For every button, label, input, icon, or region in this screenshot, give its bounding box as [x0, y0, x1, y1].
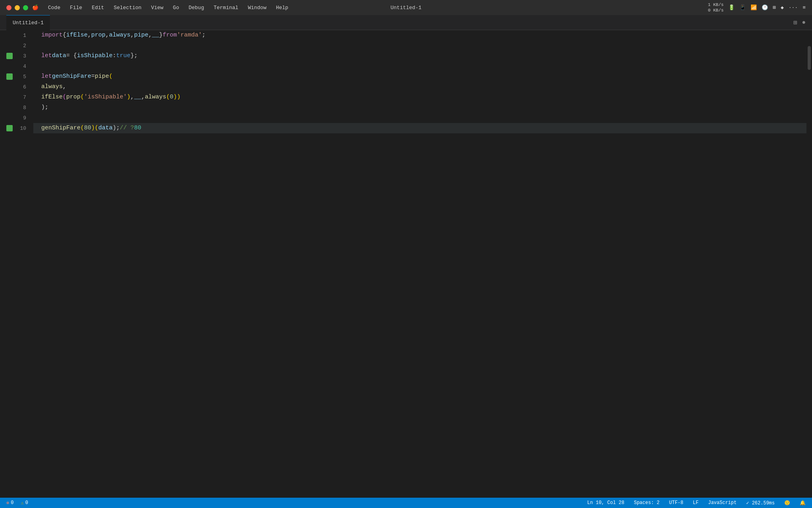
minimize-button[interactable] [15, 5, 20, 10]
clock-icon: 🕐 [762, 4, 768, 11]
wifi-icon: 📶 [751, 4, 757, 11]
token: ( [166, 92, 170, 102]
gutter-row-1: 1 [10, 30, 29, 40]
split-editor-icon[interactable]: ⊞ [793, 19, 797, 27]
menu-apple[interactable]: 🍎 [28, 3, 42, 12]
error-number: 0 [11, 500, 13, 506]
code-line-2 [33, 40, 806, 51]
menu-terminal[interactable]: Terminal [210, 3, 242, 12]
menu-window[interactable]: Window [244, 3, 270, 12]
menu-file[interactable]: File [66, 3, 86, 12]
token: = { [66, 51, 77, 61]
code-line-9 [33, 113, 806, 123]
token: pipe [95, 71, 109, 82]
window-title: Untitled-1 [391, 5, 421, 11]
token: ); [41, 102, 48, 113]
code-line-7: ifElse(prop('isShipable'), __, always(0)… [33, 92, 806, 102]
no-breakpoint-7 [6, 94, 13, 100]
close-button[interactable] [6, 5, 11, 10]
tab-bar: Untitled-1 ⊞ ● [0, 15, 812, 30]
scrollbar-thumb[interactable] [808, 46, 811, 70]
no-breakpoint-6 [6, 84, 13, 90]
token: , [88, 30, 91, 40]
breakpoint-3[interactable] [6, 53, 13, 59]
code-editor[interactable]: import { ifElse, prop, always, pipe, __ … [33, 30, 806, 498]
token: , [141, 92, 145, 102]
iphone-icon: 📱 [739, 4, 746, 11]
language-mode[interactable]: JavaScript [707, 500, 738, 506]
token: , [148, 30, 152, 40]
siri-icon: ◆ [781, 4, 784, 11]
control-center-icon: ⊞ [773, 4, 776, 11]
code-line-1: import { ifElse, prop, always, pipe, __ … [33, 30, 806, 40]
notification-icon[interactable]: 🔔 [798, 500, 807, 506]
scrollbar-track[interactable] [806, 30, 812, 498]
more-actions-icon[interactable]: ● [802, 19, 806, 26]
token: genShipFare [52, 71, 91, 82]
line-number-5: 5 [14, 74, 26, 80]
token: ) [127, 92, 130, 102]
token: // ? [120, 123, 134, 133]
menu-debug[interactable]: Debug [185, 3, 208, 12]
menu-code[interactable]: Code [44, 3, 64, 12]
menu-view[interactable]: View [147, 3, 167, 12]
status-right: Ln 10, Col 28 Spaces: 2 UTF-8 LF JavaScr… [586, 500, 807, 506]
menu-selection[interactable]: Selection [110, 3, 146, 12]
list-icon: ≡ [802, 5, 806, 11]
token: ( [80, 92, 84, 102]
maximize-button[interactable] [23, 5, 28, 10]
token: isShipable [77, 51, 113, 61]
line-number-3: 3 [14, 53, 26, 59]
smiley-icon[interactable]: 🙂 [783, 500, 792, 506]
breakpoint-10[interactable] [6, 125, 13, 131]
indentation[interactable]: Spaces: 2 [632, 500, 661, 506]
token: pipe [134, 30, 148, 40]
token: = [91, 71, 95, 82]
traffic-lights [6, 5, 28, 10]
token: , [63, 82, 66, 92]
no-breakpoint-9 [6, 115, 13, 121]
token: data [52, 51, 66, 61]
error-icon: ⊗ [6, 500, 9, 506]
warning-number: 0 [25, 500, 28, 506]
no-breakpoint-1 [6, 32, 13, 38]
token: always [41, 82, 63, 92]
token: )) [173, 92, 180, 102]
gutter-row-2: 2 [10, 40, 29, 51]
error-count[interactable]: ⊗ 0 [5, 500, 15, 506]
quokka-timing[interactable]: ✓ 262.59ms [745, 500, 776, 506]
line-number-10: 10 [14, 125, 26, 131]
breakpoint-5[interactable] [6, 73, 13, 80]
tab-actions: ⊞ ● [793, 19, 806, 27]
gutter-row-6: 6 [10, 82, 29, 92]
gutter-row-3: 3 [10, 51, 29, 61]
menu-go[interactable]: Go [169, 3, 183, 12]
code-line-5: let genShipFare = pipe( [33, 71, 806, 82]
token: let [41, 51, 52, 61]
token: __ [152, 30, 159, 40]
token: ifElse [41, 92, 63, 102]
token: 80 [84, 123, 91, 133]
more-icon: ··· [789, 5, 798, 11]
line-ending[interactable]: LF [691, 500, 700, 506]
encoding[interactable]: UTF-8 [668, 500, 685, 506]
token: 'isShipable' [84, 92, 127, 102]
token: data [98, 123, 113, 133]
token: ( [63, 92, 66, 102]
token: , [105, 30, 109, 40]
cursor-position[interactable]: Ln 10, Col 28 [586, 500, 626, 506]
no-breakpoint-8 [6, 104, 13, 111]
token: __ [134, 92, 141, 102]
line-number-gutter: 12345678910 [10, 30, 33, 498]
gutter-row-7: 7 [10, 92, 29, 102]
code-line-8: ); [33, 102, 806, 113]
tab-untitled[interactable]: Untitled-1 [6, 15, 50, 30]
menu-bar: 🍎 Code File Edit Selection View Go Debug… [28, 3, 292, 12]
token: )( [91, 123, 98, 133]
menu-help[interactable]: Help [272, 3, 292, 12]
token: , [130, 92, 134, 102]
menu-edit[interactable]: Edit [88, 3, 108, 12]
code-line-3: let data = { isShipable: true }; [33, 51, 806, 61]
warning-count[interactable]: ⚠ 0 [19, 500, 29, 506]
token: ifElse [66, 30, 88, 40]
